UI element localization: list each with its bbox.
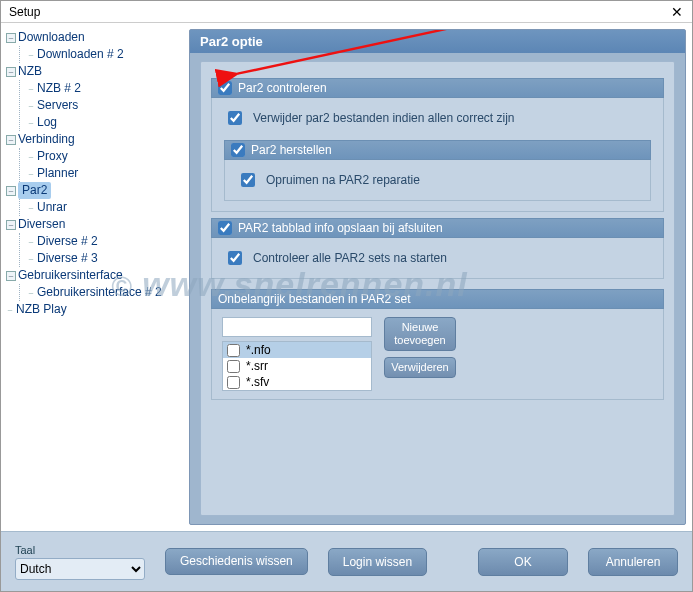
tree-leaf-icon: [27, 114, 35, 131]
window-title: Setup: [9, 5, 40, 19]
tree-item[interactable]: Unrar: [26, 199, 189, 216]
group-title-control: Par2 controleren: [238, 81, 327, 95]
group-control-checkbox[interactable]: [218, 81, 232, 95]
tree-item-label: NZB: [18, 63, 42, 80]
tree-leaf-icon: [27, 250, 35, 267]
add-pattern-button[interactable]: Nieuwe toevoegen: [384, 317, 456, 351]
tree-item-label: Servers: [37, 97, 78, 114]
tree-item-label: Downloaden # 2: [37, 46, 124, 63]
tree-item-label: Log: [37, 114, 57, 131]
tree-item[interactable]: –Diversen: [5, 216, 189, 233]
tree-collapse-icon[interactable]: –: [6, 220, 16, 230]
language-select[interactable]: Dutch: [15, 558, 145, 580]
tree-item[interactable]: Log: [26, 114, 189, 131]
tree-leaf-icon: [27, 148, 35, 165]
group-title-repair: Par2 herstellen: [251, 143, 332, 157]
language-label: Taal: [15, 544, 145, 556]
list-item[interactable]: *.nfo: [223, 342, 371, 358]
tree-item-label: Downloaden: [18, 29, 85, 46]
settings-panel: Par2 optie Par2 controleren Verwijder pa…: [189, 29, 686, 525]
list-item[interactable]: *.sfv: [223, 374, 371, 390]
footer-bar: Taal Dutch Geschiedenis wissen Login wis…: [1, 531, 692, 591]
chk-cleanup-after-repair[interactable]: Opruimen na PAR2 reparatie: [237, 170, 638, 190]
clear-login-button[interactable]: Login wissen: [328, 548, 427, 576]
tree-item-label: Diverse # 3: [37, 250, 98, 267]
close-icon[interactable]: ✕: [668, 5, 686, 19]
clear-history-button[interactable]: Geschiedenis wissen: [165, 548, 308, 575]
tree-collapse-icon[interactable]: –: [6, 33, 16, 43]
group-par2-repair: Par2 herstellen Opruimen na PAR2 reparat…: [224, 140, 651, 201]
group-header-control: Par2 controleren: [211, 78, 664, 98]
group-title-unimportant: Onbelangrijk bestanden in PAR2 set: [218, 292, 411, 306]
list-item[interactable]: *.srr: [223, 358, 371, 374]
tree-collapse-icon[interactable]: –: [6, 271, 16, 281]
tree-leaf-icon: [27, 199, 35, 216]
chk-check-sets-on-start[interactable]: Controleer alle PAR2 sets na starten: [224, 248, 651, 268]
tree-leaf-icon: [27, 233, 35, 250]
tree-item-label: Planner: [37, 165, 78, 182]
panel-body: Par2 controleren Verwijder par2 bestande…: [200, 61, 675, 516]
group-unimportant: Onbelangrijk bestanden in PAR2 set *.nfo…: [211, 289, 664, 400]
tree-collapse-icon[interactable]: –: [6, 67, 16, 77]
group-tab-checkbox[interactable]: [218, 221, 232, 235]
tree-item[interactable]: Downloaden # 2: [26, 46, 189, 63]
tree-leaf-icon: [27, 46, 35, 63]
tree-item[interactable]: –Gebruikersinterface: [5, 267, 189, 284]
group-repair-checkbox[interactable]: [231, 143, 245, 157]
tree-item[interactable]: Diverse # 3: [26, 250, 189, 267]
pattern-list[interactable]: *.nfo*.srr*.sfv: [222, 341, 372, 391]
panel-title: Par2 optie: [190, 30, 685, 53]
tree-item-label: Diversen: [18, 216, 65, 233]
tree-item[interactable]: –Verbinding: [5, 131, 189, 148]
group-header-repair: Par2 herstellen: [224, 140, 651, 160]
remove-pattern-button[interactable]: Verwijderen: [384, 357, 456, 378]
list-item-label: *.sfv: [246, 375, 269, 389]
group-header-tab: PAR2 tabblad info opslaan bij afsluiten: [211, 218, 664, 238]
tree-collapse-icon[interactable]: –: [6, 186, 16, 196]
tree-leaf-icon: [27, 165, 35, 182]
pattern-input[interactable]: [222, 317, 372, 337]
tree-item-label: Gebruikersinterface # 2: [37, 284, 162, 301]
tree-item-label: Diverse # 2: [37, 233, 98, 250]
language-selector: Taal Dutch: [15, 544, 145, 580]
tree-item-label: Gebruikersinterface: [18, 267, 123, 284]
list-item-checkbox[interactable]: [227, 360, 240, 373]
group-header-unimportant: Onbelangrijk bestanden in PAR2 set: [211, 289, 664, 309]
tree-leaf-icon: [27, 97, 35, 114]
tree-item-label: Par2: [18, 182, 51, 199]
nav-tree: –DownloadenDownloaden # 2–NZBNZB # 2Serv…: [1, 23, 189, 531]
tree-item[interactable]: Planner: [26, 165, 189, 182]
tree-leaf-icon: [27, 284, 35, 301]
tree-item-label: Unrar: [37, 199, 67, 216]
group-par2-tab: PAR2 tabblad info opslaan bij afsluiten …: [211, 218, 664, 279]
group-par2-control: Par2 controleren Verwijder par2 bestande…: [211, 78, 664, 212]
tree-item-label: Proxy: [37, 148, 68, 165]
list-item-label: *.nfo: [246, 343, 271, 357]
group-title-tab: PAR2 tabblad info opslaan bij afsluiten: [238, 221, 443, 235]
tree-item-label: NZB Play: [16, 301, 67, 318]
tree-item[interactable]: Gebruikersinterface # 2: [26, 284, 189, 301]
tree-leaf-icon: [27, 80, 35, 97]
cancel-button[interactable]: Annuleren: [588, 548, 678, 576]
tree-item[interactable]: Proxy: [26, 148, 189, 165]
tree-item[interactable]: Diverse # 2: [26, 233, 189, 250]
tree-item[interactable]: –Downloaden: [5, 29, 189, 46]
list-item-checkbox[interactable]: [227, 344, 240, 357]
tree-item-label: Verbinding: [18, 131, 75, 148]
tree-item[interactable]: NZB Play: [5, 301, 189, 318]
tree-item[interactable]: Servers: [26, 97, 189, 114]
chk-remove-par2[interactable]: Verwijder par2 bestanden indien allen co…: [224, 108, 651, 128]
window-body: –DownloadenDownloaden # 2–NZBNZB # 2Serv…: [1, 23, 692, 531]
tree-item[interactable]: NZB # 2: [26, 80, 189, 97]
tree-item[interactable]: –Par2: [5, 182, 189, 199]
list-item-checkbox[interactable]: [227, 376, 240, 389]
tree-collapse-icon[interactable]: –: [6, 135, 16, 145]
setup-window: Setup ✕ –DownloadenDownloaden # 2–NZBNZB…: [0, 0, 693, 592]
tree-item-label: NZB # 2: [37, 80, 81, 97]
ok-button[interactable]: OK: [478, 548, 568, 576]
tree-leaf-icon[interactable]: [6, 301, 14, 318]
list-item-label: *.srr: [246, 359, 268, 373]
title-bar: Setup ✕: [1, 1, 692, 23]
tree-item[interactable]: –NZB: [5, 63, 189, 80]
